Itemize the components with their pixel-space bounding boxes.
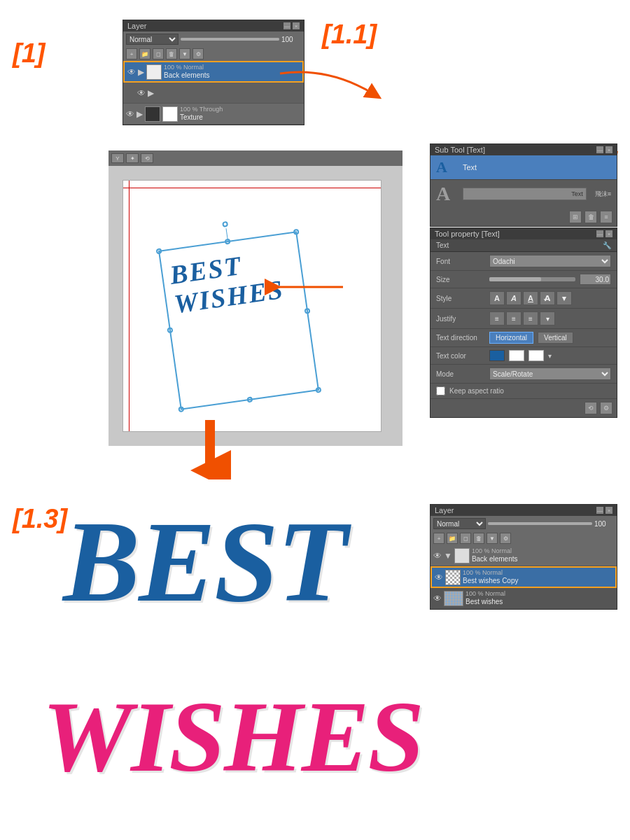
minimize-button[interactable]: — [596,230,603,237]
tool-property-panel: Tool property [Text] — × Text 🔧 Font Oda… [430,227,617,418]
color-swatch-white2[interactable] [528,350,544,361]
horizontal-direction-button[interactable]: Horizontal [489,332,533,344]
eye-icon[interactable]: 👁 [137,88,146,98]
opacity-slider-bottom[interactable] [488,522,592,525]
layer-name: Texture [180,113,301,122]
text-transform-box[interactable]: BEST WISHES [158,231,319,410]
layer-setting-button-b[interactable]: ⚙ [500,533,511,544]
close-button[interactable]: × [293,22,300,29]
color-swatch-white[interactable] [509,350,524,361]
wrench-icon[interactable]: 🔧 [603,241,611,249]
text-direction-row: Text direction Horizontal Vertical [430,329,617,347]
italic-button[interactable]: A [506,291,522,305]
font-select[interactable]: Odachi [489,255,611,267]
panel-section-header: Text 🔧 [430,239,617,252]
layer-mask-button-b[interactable]: ◻ [460,533,471,544]
guide-line-v [129,181,130,431]
toolbar-btn-1[interactable]: Y [111,153,124,163]
footer-btn-1[interactable]: ⊞ [569,211,582,223]
delete-layer-button-b[interactable]: 🗑 [473,533,484,544]
align-center-button[interactable]: ≡ [506,312,522,326]
eye-icon[interactable]: 👁 [127,67,136,77]
keep-aspect-checkbox[interactable] [436,386,445,396]
color-dropdown-arrow[interactable]: ▾ [548,352,552,360]
layer-name: Best wishes [465,597,614,606]
layer-panel-titlebar: Layer — × [123,20,304,31]
mode-select[interactable]: Scale/Rotate [489,368,611,380]
canvas-area: BEST WISHES [108,166,402,446]
align-left-button[interactable]: ≡ [489,312,505,326]
footer-btn-b[interactable]: ⚙ [600,402,612,414]
handle-middle-right[interactable] [304,308,311,314]
layer-mask-button[interactable]: ◻ [153,48,164,59]
new-folder-button-b[interactable]: 📁 [447,533,458,544]
underline-button[interactable]: A [523,291,538,305]
sub-tool-letter-A: A [436,158,457,176]
mode-label: Mode [436,370,485,378]
layer-text-block: 100 % Normal Back elements [472,547,614,564]
strikethrough-button[interactable]: A̶ [540,291,555,305]
merge-button-b[interactable]: ▼ [486,533,498,544]
close-button[interactable]: × [606,230,612,237]
handle-bottom-center[interactable] [246,396,253,402]
text-color-label: Text color [436,352,485,360]
close-button[interactable]: × [606,507,612,514]
size-input[interactable] [580,274,611,285]
eye-icon[interactable]: 👁 [433,594,442,603]
handle-top-center[interactable] [225,239,231,245]
new-layer-button[interactable]: + [126,48,137,59]
bold-button[interactable]: A [489,291,505,305]
handle-top-right[interactable] [293,229,300,235]
opacity-slider[interactable] [181,38,279,41]
layer-row-back-bottom[interactable]: 👁 ▼ 100 % Normal Back elements [430,545,617,566]
size-slider[interactable] [489,277,575,281]
down-arrow [189,420,231,482]
close-button[interactable]: × [606,146,612,153]
tool-property-footer: ⟲ ⚙ [430,399,617,417]
sub-tool-footer: ⊞ 🗑 ≡ [430,208,617,226]
handle-middle-left[interactable] [167,327,173,333]
eye-icon[interactable]: 👁 [433,551,442,561]
footer-btn-2[interactable]: 🗑 [584,211,597,223]
minimize-button[interactable]: — [284,22,290,29]
sub-tool-item-text2[interactable]: A Text 飛沫≡ [430,179,617,208]
vertical-direction-button[interactable]: Vertical [538,332,573,344]
layer-row-best-wishes-copy[interactable]: 👁 100 % Normal Best wishes Copy [430,566,617,588]
toolbar-btn-2[interactable]: ✦ [126,153,139,163]
toolbar-btn-3[interactable]: ⟲ [141,153,153,163]
minimize-button[interactable]: — [596,507,603,514]
layer-icons-row-bottom: + 📁 ◻ 🗑 ▼ ⚙ [430,531,617,545]
sub-tool-item-text[interactable]: A Text [430,155,617,179]
folder-icon: ▶ [136,109,143,119]
new-layer-button-b[interactable]: + [433,533,444,544]
arrow-left [259,266,350,308]
footer-btn-3[interactable]: ≡ [600,211,612,223]
style-dropdown[interactable]: ▾ [556,291,572,305]
layer-row-best-wishes[interactable]: 👁 100 % Normal Best wishes [430,588,617,609]
rotation-handle[interactable] [222,221,228,227]
color-swatch-blue[interactable] [489,350,505,361]
layer-name: Back elements [472,554,614,564]
sub-tool-letter-A2: A [436,183,457,205]
layer-mode: 100 % Normal [463,569,612,576]
guide-line-h [123,188,381,188]
blend-mode-select-bottom[interactable]: Normal [433,518,486,529]
justify-all-button[interactable]: ▾ [540,312,555,326]
handle-bottom-left[interactable] [178,406,184,412]
footer-btn-a[interactable]: ⟲ [584,402,597,414]
sub-tool-name: Text [463,163,611,172]
merge-button[interactable]: ▼ [179,48,190,59]
preview-text: Text [571,190,583,197]
eye-icon[interactable]: 👁 [126,109,134,119]
eye-icon[interactable]: 👁 [435,573,443,582]
align-right-button[interactable]: ≡ [523,312,538,326]
blend-mode-select[interactable]: Normal [126,34,178,45]
layer-thumb-dark [145,106,160,122]
minimize-button[interactable]: — [596,146,603,153]
sub-tool-panel: Sub Tool [Text] — × A Text A Text 飛沫≡ ⊞ … [430,144,617,227]
new-folder-button[interactable]: 📁 [139,48,150,59]
handle-top-left[interactable] [156,248,162,254]
layer-setting-button[interactable]: ⚙ [192,48,204,59]
delete-layer-button[interactable]: 🗑 [166,48,177,59]
handle-bottom-right[interactable] [315,387,321,393]
